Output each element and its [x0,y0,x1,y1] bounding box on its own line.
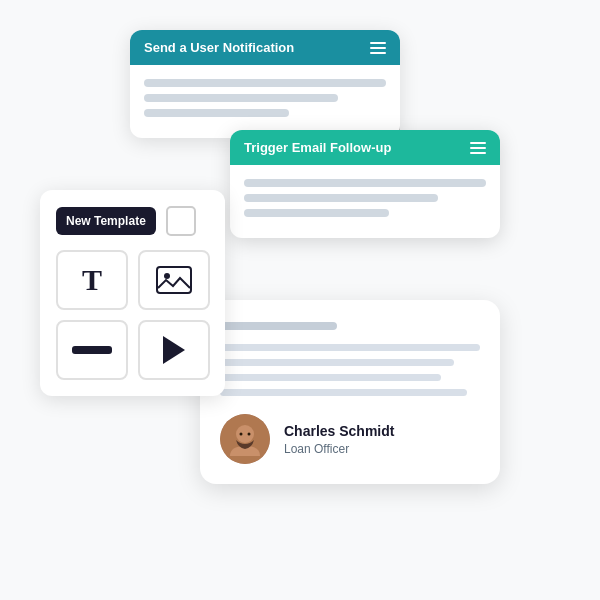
svg-point-4 [240,433,243,436]
placeholder-line [144,109,289,117]
email-menu-icon[interactable] [470,142,486,154]
scene: Send a User Notification Trigger Email F… [0,0,600,600]
svg-point-5 [248,433,251,436]
template-card: New Template T [40,190,225,396]
profile-text-lines [220,344,480,396]
notification-header: Send a User Notification [130,30,400,65]
profile-info: Charles Schmidt Loan Officer [284,422,394,456]
placeholder-line [144,94,338,102]
profile-card: Charles Schmidt Loan Officer [200,300,500,484]
profile-role: Loan Officer [284,442,394,456]
template-grid: T [56,250,209,380]
notification-title: Send a User Notification [144,40,294,55]
profile-text-line [220,389,467,396]
email-card: Trigger Email Follow-up [230,130,500,238]
new-template-button[interactable]: New Template [56,207,156,235]
profile-top-line [220,322,337,330]
image-icon [156,266,192,294]
placeholder-line [244,209,389,217]
svg-point-3 [236,425,254,443]
text-icon: T [82,263,102,297]
placeholder-line [244,179,486,187]
notification-card: Send a User Notification [130,30,400,138]
template-top-row: New Template [56,206,209,236]
profile-name: Charles Schmidt [284,422,394,440]
notification-body [130,65,400,138]
placeholder-line [144,79,386,87]
avatar [220,414,270,464]
profile-text-line [220,374,441,381]
play-icon [163,336,185,364]
profile-text-line [220,359,454,366]
email-header: Trigger Email Follow-up [230,130,500,165]
svg-rect-0 [157,267,191,293]
template-cell-play[interactable] [138,320,210,380]
svg-point-1 [164,273,170,279]
divider-icon [72,346,112,354]
profile-text-line [220,344,480,351]
email-body [230,165,500,238]
profile-bottom: Charles Schmidt Loan Officer [220,414,480,464]
template-cell-divider[interactable] [56,320,128,380]
notification-menu-icon[interactable] [370,42,386,54]
template-cell-text[interactable]: T [56,250,128,310]
email-title: Trigger Email Follow-up [244,140,391,155]
template-small-box [166,206,196,236]
template-cell-image[interactable] [138,250,210,310]
placeholder-line [244,194,438,202]
